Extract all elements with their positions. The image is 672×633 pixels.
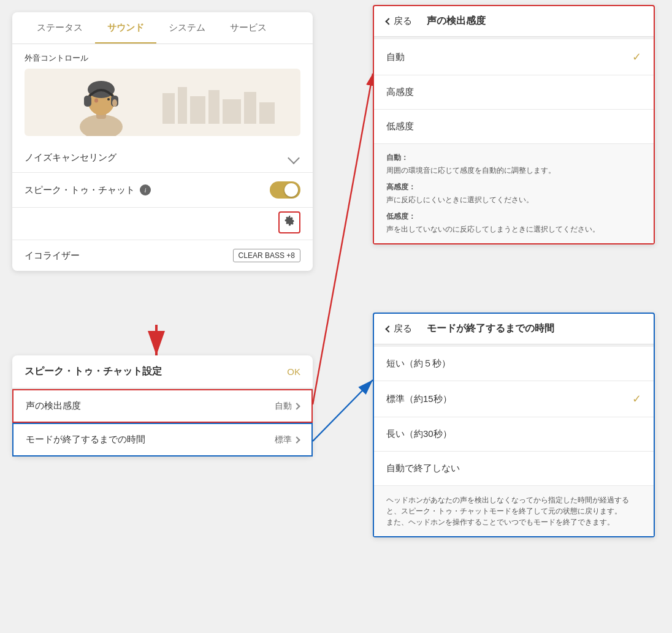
voice-sensitivity-value: 自動 [275,401,299,412]
desc-low-text: 声を出していないのに反応してしまうときに選択してください。 [386,224,641,235]
speak-to-chat-row: スピーク・トゥ・チャット i [12,173,313,208]
speak-to-chat-label-group: スピーク・トゥ・チャット i [25,184,151,196]
equalizer-badge: CLEAR BASS +8 [233,249,300,262]
info-icon[interactable]: i [140,184,151,195]
chevron-right-icon [293,403,300,409]
back-chevron-icon [385,18,392,25]
option-short-label: 短い（約５秒） [386,358,451,370]
desc-low: 低感度： 声を出していないのに反応してしまうときに選択してください。 [386,211,641,235]
svg-rect-13 [259,102,275,124]
mode-end-time-label: モードが終了するまでの時間 [26,434,145,445]
option-long[interactable]: 長い（約30秒） [374,417,654,452]
voice-sensitivity-header: 戻る 声の検出感度 [374,6,654,37]
chevron-right-icon-2 [293,436,300,443]
svg-point-22 [112,99,117,107]
mode-end-description: ヘッドホンがあなたの声を検出しなくなってから指定した時間が経過すると、スピーク・… [386,495,641,528]
svg-rect-9 [190,96,205,124]
speak-to-chat-toggle[interactable] [270,181,300,199]
gear-row [12,208,313,240]
option-long-label: 長い（約30秒） [386,428,452,440]
svg-point-21 [107,98,110,100]
noise-canceling-row[interactable]: ノイズキャンセリング [12,143,313,173]
svg-rect-11 [223,99,241,124]
chevron-down-icon [288,152,300,164]
svg-rect-10 [208,90,220,124]
description-area-bottom: ヘッドホンがあなたの声を検出しなくなってから指定した時間が経過すると、スピーク・… [374,486,654,536]
tab-system[interactable]: システム [156,12,218,44]
option-no-end[interactable]: 自動で終了しない [374,452,654,486]
tab-bar: ステータス サウンド システム サービス [12,12,313,44]
voice-sensitivity-row[interactable]: 声の検出感度 自動 [12,389,313,423]
option-low-label: 低感度 [386,121,414,132]
back-chevron-icon-2 [385,325,392,332]
gear-button[interactable] [278,211,300,233]
desc-auto-text: 周囲の環境音に応じて感度を自動的に調整します。 [386,165,641,176]
mode-end-time-panel: 戻る モードが終了するまでの時間 短い（約５秒） 標準（約15秒） ✓ 長い（約… [373,313,655,537]
desc-high-text: 声に反応しにくいときに選択してください。 [386,194,641,205]
mode-end-time-row[interactable]: モードが終了するまでの時間 標準 [12,423,313,457]
mode-end-time-value: 標準 [275,434,299,445]
option-short[interactable]: 短い（約５秒） [374,347,654,381]
svg-line-4 [313,74,373,404]
ok-button[interactable]: OK [287,366,300,377]
tab-service[interactable]: サービス [218,12,279,44]
voice-sensitivity-panel: 戻る 声の検出感度 自動 ✓ 高感度 低感度 自動： 周囲の環境音に応じて感度を… [373,5,655,244]
equalizer-row[interactable]: イコライザー CLEAR BASS +8 [12,240,313,271]
desc-high: 高感度： 声に反応しにくいときに選択してください。 [386,182,641,205]
headphone-illustration [25,69,300,136]
desc-auto-title: 自動： [386,153,641,163]
speak-to-chat-settings-panel: スピーク・トゥ・チャット設定 OK 声の検出感度 自動 モードが終了するまでの時… [12,355,313,457]
option-high[interactable]: 高感度 [374,75,654,110]
equalizer-label: イコライザー [25,250,80,262]
option-auto[interactable]: 自動 ✓ [374,39,654,75]
gear-icon [283,215,296,230]
desc-auto: 自動： 周囲の環境音に応じて感度を自動的に調整します。 [386,153,641,176]
voice-sensitivity-label: 声の検出感度 [26,400,81,412]
description-area-top: 自動： 周囲の環境音に応じて感度を自動的に調整します。 高感度： 声に反応しにく… [374,144,654,243]
back-button-bottom[interactable]: 戻る [386,323,412,335]
svg-rect-7 [162,93,175,124]
speak-to-chat-settings-title: スピーク・トゥ・チャット設定 [25,365,162,378]
option-standard[interactable]: 標準（約15秒） ✓ [374,381,654,417]
toggle-knob [284,183,298,197]
speak-to-chat-settings-header: スピーク・トゥ・チャット設定 OK [12,355,313,389]
desc-high-title: 高感度： [386,182,641,192]
voice-sensitivity-title: 声の検出感度 [427,15,486,28]
mode-end-time-title: モードが終了するまでの時間 [427,322,554,335]
option-auto-label: 自動 [386,51,405,63]
check-icon-auto: ✓ [632,50,641,64]
speak-to-chat-label: スピーク・トゥ・チャット [25,184,135,196]
option-no-end-label: 自動で終了しない [386,463,460,474]
tab-status[interactable]: ステータス [25,12,95,44]
back-button-top[interactable]: 戻る [386,15,412,27]
tab-sound[interactable]: サウンド [95,12,156,44]
svg-point-20 [94,99,98,103]
left-panel: ステータス サウンド システム サービス 外音コントロール [12,12,313,271]
svg-rect-18 [84,96,91,107]
option-high-label: 高感度 [386,86,414,98]
noise-canceling-label: ノイズキャンセリング [25,152,116,164]
check-icon-standard: ✓ [632,392,641,406]
option-standard-label: 標準（約15秒） [386,393,452,405]
svg-line-5 [313,380,373,441]
option-low[interactable]: 低感度 [374,110,654,144]
svg-rect-12 [244,92,256,124]
mode-end-time-header: 戻る モードが終了するまでの時間 [374,314,654,344]
sound-section-label: 外音コントロール [12,44,313,69]
desc-low-title: 低感度： [386,211,641,222]
svg-rect-8 [178,87,187,124]
